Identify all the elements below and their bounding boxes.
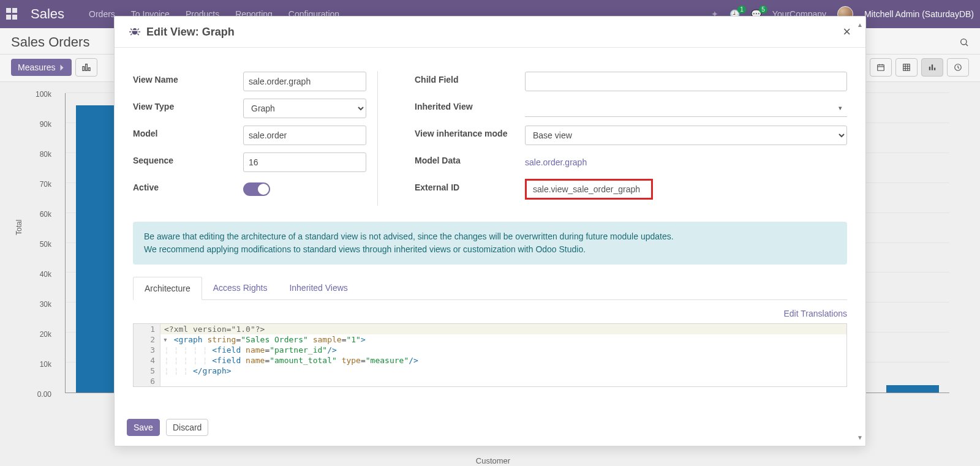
active-label: Active [133, 179, 243, 192]
modal-header: Edit View: Graph × [115, 17, 865, 48]
inherited-view-label: Inherited View [415, 98, 525, 111]
modal-footer: Save Discard [115, 410, 865, 446]
model-data-link[interactable]: sale.order.graph [525, 157, 587, 167]
active-toggle[interactable] [243, 182, 270, 196]
modal-scrollbar[interactable]: ▲▼ [856, 21, 864, 441]
modal-close-button[interactable]: × [843, 25, 851, 39]
warning-callout: Be aware that editing the architecture o… [133, 222, 847, 265]
discard-button[interactable]: Discard [166, 419, 208, 436]
model-label: Model [133, 125, 243, 138]
view-name-input[interactable] [243, 72, 366, 91]
external-id-value: sale.view_sale_order_graph [525, 179, 653, 200]
view-type-select[interactable]: Graph [243, 99, 366, 118]
sequence-label: Sequence [133, 152, 243, 165]
tab-inherited-views[interactable]: Inherited Views [278, 277, 358, 299]
edit-translations-link[interactable]: Edit Translations [133, 309, 847, 318]
arch-editor[interactable]: 1<?xml version="1.0"?>2▾ <graph string="… [133, 323, 847, 387]
model-data-label: Model Data [415, 152, 525, 165]
inherit-mode-select[interactable]: Base view [525, 126, 847, 145]
external-id-label: External ID [415, 179, 525, 192]
child-field-label: Child Field [415, 71, 525, 85]
inherit-mode-label: View inheritance mode [415, 125, 525, 138]
modal-overlay: ▲▼ Edit View: Graph × View Name View Typ… [0, 0, 980, 466]
inherited-view-input[interactable] [525, 100, 847, 117]
svg-line-26 [130, 34, 132, 35]
tab-access-rights[interactable]: Access Rights [202, 277, 279, 299]
svg-line-27 [138, 34, 139, 35]
modal-tabs: Architecture Access Rights Inherited Vie… [133, 277, 847, 300]
svg-line-24 [130, 29, 132, 30]
view-name-label: View Name [133, 71, 243, 85]
model-input[interactable] [243, 126, 366, 145]
bug-icon [129, 26, 140, 37]
tab-architecture[interactable]: Architecture [133, 277, 202, 300]
svg-line-25 [138, 29, 139, 30]
sequence-input[interactable] [243, 152, 366, 172]
modal-title: Edit View: Graph [146, 26, 235, 39]
view-type-label: View Type [133, 98, 243, 111]
child-field-input[interactable] [525, 72, 847, 91]
save-button[interactable]: Save [127, 419, 160, 436]
edit-view-modal: ▲▼ Edit View: Graph × View Name View Typ… [114, 16, 866, 446]
